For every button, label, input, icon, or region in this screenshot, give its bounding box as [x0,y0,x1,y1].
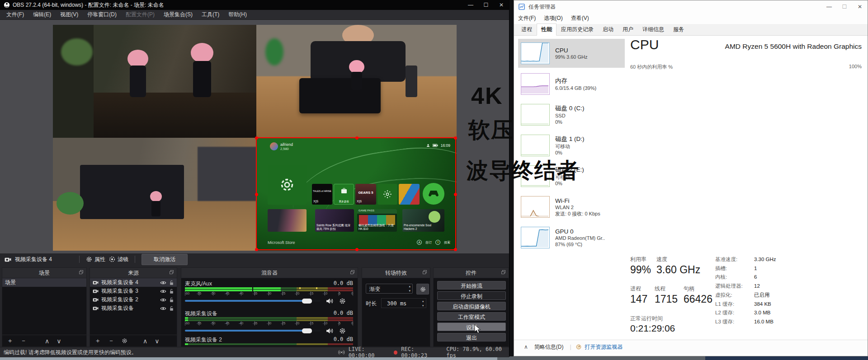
tm-menu-选项(O)[interactable]: 选项(O) [540,14,566,23]
tm-tab-服务[interactable]: 服务 [669,23,689,36]
visibility-eye-icon[interactable] [160,298,166,302]
screen-capture-xbox[interactable]: aifriend 2,580 16:09 TALES of ARISE X|S [256,138,457,251]
deactivate-button[interactable]: 取消激活 [142,254,188,265]
tm-sidebar-item-Wi-Fi[interactable]: Wi-FiWLAN 2发送: 0 接收: 0 Kbps [518,192,625,221]
xbox-store-tile[interactable]: 更多选项 [334,184,354,205]
speaker-icon[interactable] [326,327,334,334]
tm-sidebar-item-CPU[interactable]: CPU99% 3.60 GHz [518,39,625,68]
obs-maximize-button[interactable]: ☐ [478,0,494,10]
xbox-game-tile[interactable] [399,184,420,205]
source-properties-button[interactable] [122,338,127,344]
xbox-promo-card-3[interactable]: GAME PASS 畅玩超百款精彩游戏：只需 HK.$10 [357,209,397,232]
obs-menu-场景集合(S)[interactable]: 场景集合(S) [159,10,197,19]
filters-button[interactable]: 滤镜 [107,256,130,263]
lock-icon[interactable] [169,280,174,285]
popout-icon[interactable] [79,270,84,275]
volume-slider[interactable] [185,300,321,302]
gear-icon[interactable] [339,298,346,304]
obs-minimize-button[interactable]: — [463,0,478,10]
volume-slider[interactable] [185,330,321,332]
control-button-停止录制[interactable]: 停止录制 [437,291,506,300]
obs-menu-文件(F)[interactable]: 文件(F) [2,10,28,19]
visibility-eye-icon[interactable] [160,306,166,311]
lock-icon[interactable] [169,297,174,303]
source-list-item[interactable]: 视频采集设备 4 [90,278,177,287]
scene-up-button[interactable]: ∧ [45,337,49,345]
xbox-promo-card-1[interactable] [268,209,307,232]
transition-settings-button[interactable] [416,284,429,295]
xbox-gears-tile[interactable]: GEARS 5 X|S [355,184,376,205]
properties-button[interactable]: 属性 [84,256,107,263]
control-button-开始推流[interactable]: 开始推流 [437,281,506,290]
tm-sidebar-item-内存[interactable]: 内存6.0/15.4 GB (39%) [518,70,625,98]
xbox-spark-tile[interactable] [377,184,397,205]
popout-icon[interactable] [501,270,506,275]
xbox-search-tile[interactable] [423,183,444,205]
lock-icon[interactable] [169,289,174,294]
xbox-promo-card-2[interactable]: Saints Row 系列优惠 现享最高 75% 折扣 [315,209,354,232]
control-button-启动虚拟摄像机[interactable]: 启动虚拟摄像机 [437,302,506,310]
tm-tab-用户[interactable]: 用户 [618,23,638,36]
open-resource-monitor-link[interactable]: 打开资源监视器 [585,343,623,351]
tm-titlebar[interactable]: 任务管理器 — ☐ ✕ [514,0,868,13]
control-button-设置[interactable]: 设置 [437,323,506,331]
tm-minimize-button[interactable]: — [821,2,837,12]
speaker-icon[interactable] [326,298,334,304]
duration-spinbox[interactable]: 300 ms▴▾ [381,298,426,308]
tm-close-button[interactable]: ✕ [852,2,868,12]
obs-menu-编辑(E)[interactable]: 编辑(E) [28,10,56,19]
popout-icon[interactable] [422,270,427,275]
tm-tab-详细信息[interactable]: 详细信息 [638,23,669,36]
tm-sidebar-item-磁盘 0 (C:)[interactable]: 磁盘 0 (C:)SSD0% [518,100,625,129]
obs-menu-停靠窗口(D)[interactable]: 停靠窗口(D) [83,10,121,19]
visibility-eye-icon[interactable] [160,281,166,285]
transition-select[interactable]: 渐变▴▾ [366,284,413,294]
cpu-fps-status: CPU: 78.9%, 60.00 fps [446,346,509,359]
obs-menu-帮助(H)[interactable]: 帮助(H) [224,10,251,19]
camera-preview-2[interactable] [256,25,457,138]
source-down-button[interactable]: ∨ [155,337,159,345]
remove-scene-button[interactable]: － [20,337,27,345]
camera-preview-1[interactable] [53,25,256,138]
tm-sidebar-item-磁盘 1 (D:)[interactable]: 磁盘 1 (D:)可移动0% [518,131,625,160]
obs-close-button[interactable]: ✕ [494,0,509,10]
popout-icon[interactable] [169,270,174,275]
control-button-工作室模式[interactable]: 工作室模式 [437,312,506,321]
camera-preview-3[interactable] [53,138,256,251]
obs-menu-工具(T)[interactable]: 工具(T) [197,10,224,19]
fewer-details-button[interactable]: 简略信息(D) [534,343,564,351]
visibility-eye-icon[interactable] [160,289,166,294]
gear-icon[interactable] [339,327,346,334]
obs-canvas[interactable]: aifriend 2,580 16:09 TALES of ARISE X|S [53,25,457,251]
obs-titlebar[interactable]: OBS 27.2.4 (64-bit, windows) - 配置文件: 未命名… [0,0,509,10]
tm-tab-性能[interactable]: 性能 [537,23,557,36]
xbox-settings-tile[interactable] [268,165,307,205]
tm-tab-应用历史记录[interactable]: 应用历史记录 [557,23,598,36]
scene-list-item[interactable]: 场景 [2,278,86,287]
tm-maximize-button[interactable]: ☐ [837,2,852,12]
scene-down-button[interactable]: ∨ [57,337,61,345]
add-scene-button[interactable]: ＋ [7,337,13,345]
add-source-button[interactable]: ＋ [94,337,101,345]
obs-menu-视图(V)[interactable]: 视图(V) [56,10,83,19]
stat-value-利用率: 99% [630,264,651,276]
popout-icon[interactable] [350,270,355,275]
spec-L3 缓存:: L3 缓存:16.0 MB [715,318,774,325]
tm-tab-进程[interactable]: 进程 [517,23,537,36]
obs-menu-配置文件(P)[interactable]: 配置文件(P) [121,10,159,19]
source-up-button[interactable]: ∧ [143,337,147,345]
mixer-channel: 视频采集设备 20.0 dB [185,336,353,345]
control-button-退出[interactable]: 退出 [437,333,506,341]
source-list-item[interactable]: 视频采集设备 2 [90,295,177,304]
tm-sidebar-item-GPU 0[interactable]: GPU 0AMD Radeon(TM) Gr..87% (69 °C) [518,223,625,252]
tm-menu-文件(F)[interactable]: 文件(F) [514,14,540,23]
source-list-item[interactable]: 视频采集设备 [90,304,177,313]
tm-sidebar-item-title: GPU 0 [555,228,605,235]
remove-source-button[interactable]: － [108,337,114,345]
tm-tab-启动[interactable]: 启动 [598,23,618,36]
xbox-tales-tile[interactable]: TALES of ARISE X|S [312,184,332,205]
lock-icon[interactable] [169,306,174,311]
source-list-item[interactable]: 视频采集设备 3 [90,287,177,295]
tm-menu-查看(V)[interactable]: 查看(V) [567,14,593,23]
xbox-promo-card-4[interactable]: Pre-encomende Soul Hackers 2 [402,209,444,232]
